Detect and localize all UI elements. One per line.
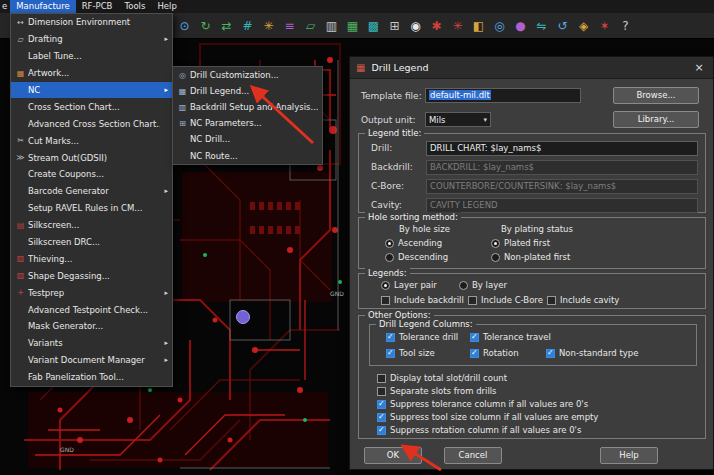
swap-window-icon[interactable]: ⇄ bbox=[216, 14, 237, 38]
menu-item-dimension-environment[interactable]: ↔Dimension Environment bbox=[11, 14, 172, 31]
padstack-icon[interactable]: ◎ bbox=[489, 14, 510, 38]
menu-item-drill-customization[interactable]: ◎Drill Customization... bbox=[173, 67, 322, 83]
menu-item-drafting[interactable]: ▱Drafting▸ bbox=[11, 31, 172, 48]
radio-ascending[interactable]: Ascending bbox=[385, 237, 442, 249]
via-icon[interactable]: ● bbox=[510, 14, 531, 38]
menu-item-label-tune[interactable]: Label Tune... bbox=[11, 48, 172, 65]
menu-item-advanced-cross-section-chart[interactable]: Advanced Cross Section Chart... bbox=[11, 115, 172, 132]
menu-item-nc-drill[interactable]: NC Drill... bbox=[173, 131, 322, 147]
output-unit-select[interactable]: Mils ▾ bbox=[425, 112, 491, 127]
settings-icon[interactable]: ✶ bbox=[594, 14, 615, 38]
mirror-icon[interactable]: ⇋ bbox=[531, 14, 552, 38]
menu-item-variants[interactable]: Variants▸ bbox=[11, 335, 172, 352]
drc-update-icon[interactable]: ✳ bbox=[447, 14, 468, 38]
checkbox-tool-size[interactable]: Tool size bbox=[386, 347, 435, 359]
radio-descending[interactable]: Descending bbox=[385, 251, 448, 263]
spreadsheet-icon[interactable]: ▦ bbox=[342, 14, 363, 38]
radio-icon bbox=[381, 281, 390, 290]
checkbox-display-total-count[interactable]: Display total slot/drill count bbox=[377, 372, 507, 384]
menu-item-label: Label Tune... bbox=[28, 51, 160, 61]
menu-item-advanced-testpoint-check[interactable]: Advanced Testpoint Check... bbox=[11, 301, 172, 318]
browse-button[interactable]: Browse... bbox=[613, 87, 699, 104]
checkbox-non-standard-type[interactable]: Non-standard type bbox=[546, 347, 638, 359]
menu-item-nc-route[interactable]: NC Route... bbox=[173, 147, 322, 163]
menu-item-artwork[interactable]: ▦Artwork... bbox=[11, 65, 172, 82]
menu-item-fab-panelization-tool[interactable]: Fab Panelization Tool... bbox=[11, 369, 172, 386]
menu-item-silkscreen[interactable]: ▤Silkscreen... bbox=[11, 217, 172, 234]
menu-item-variant-document-manager[interactable]: Variant Document Manager▸ bbox=[11, 352, 172, 369]
menu-item-mask-generator[interactable]: Mask Generator... bbox=[11, 318, 172, 335]
menu-item-drill-legend[interactable]: ▦Drill Legend... bbox=[173, 83, 322, 99]
template-file-input[interactable]: default-mil.dlt bbox=[425, 88, 581, 103]
assign-color-icon[interactable]: ◧ bbox=[468, 14, 489, 38]
radio-layer-pair[interactable]: Layer pair bbox=[381, 279, 437, 291]
checkbox-include-cavity[interactable]: Include cavity bbox=[547, 294, 619, 306]
checkbox-icon bbox=[377, 426, 386, 435]
menu-item-testprep[interactable]: +Testprep▸ bbox=[11, 284, 172, 301]
visibility-icon[interactable]: ◉ bbox=[405, 14, 426, 38]
menubar-item-rf-pcb[interactable]: RF-PCB bbox=[76, 0, 119, 13]
checkbox-label: Tolerance drill bbox=[399, 332, 458, 342]
checkbox-label: Suppress tolerance column if all values … bbox=[390, 399, 588, 409]
backdrill-icon: ▥ bbox=[175, 103, 190, 112]
shapes-icon[interactable]: ▱ bbox=[300, 14, 321, 38]
zoom-previous-icon[interactable]: ⊙ bbox=[174, 14, 195, 38]
library-button[interactable]: Library... bbox=[613, 111, 699, 128]
backdrill-title-input[interactable]: BACKDRILL: $lay_nams$ bbox=[426, 160, 698, 175]
checkbox-label: Tolerance travel bbox=[483, 332, 551, 342]
cbore-title-input[interactable]: COUNTERBORE/COUNTERSINK: $lay_nams$ bbox=[426, 179, 698, 194]
menu-item-stream-out-gdsii[interactable]: ≫Stream Out(GDSII) bbox=[11, 149, 172, 166]
checkbox-suppress-rotation[interactable]: Suppress rotation column if all values a… bbox=[377, 424, 581, 436]
rotate-icon[interactable]: ↺ bbox=[552, 14, 573, 38]
cbore-label: C-Bore: bbox=[371, 181, 404, 191]
menu-item-thieving[interactable]: ▨Thieving... bbox=[11, 250, 172, 267]
menu-item-cross-section-chart[interactable]: Cross Section Chart... bbox=[11, 98, 172, 115]
menubar-item-cropped[interactable]: e bbox=[1, 0, 10, 13]
radio-plated-first[interactable]: Plated first bbox=[491, 237, 550, 249]
menu-item-shape-degassing[interactable]: ▧Shape Degassing... bbox=[11, 267, 172, 284]
layer-stack-icon[interactable]: ≡ bbox=[279, 14, 300, 38]
checkbox-include-backdrill[interactable]: Include backdrill bbox=[381, 294, 464, 306]
grid-icon[interactable]: # bbox=[237, 14, 258, 38]
menu-item-barcode-generator[interactable]: Barcode Generator▸ bbox=[11, 183, 172, 200]
drill-title-input[interactable]: DRILL CHART: $lay_nams$ bbox=[426, 141, 698, 156]
checkbox-rotation[interactable]: Rotation bbox=[470, 347, 519, 359]
menu-item-backdrill-setup[interactable]: ▥Backdrill Setup and Analysis... bbox=[173, 99, 322, 115]
lock-icon[interactable]: ◈ bbox=[573, 14, 594, 38]
help-button[interactable]: Help bbox=[600, 447, 658, 464]
menu-item-nc[interactable]: NC▸ bbox=[11, 82, 172, 99]
ratsnest-icon[interactable]: ✳ bbox=[258, 14, 279, 38]
report-icon[interactable]: ▥ bbox=[321, 14, 342, 38]
redraw-icon[interactable]: ↻ bbox=[195, 14, 216, 38]
manufacture-menu: ↔Dimension Environment ▱Drafting▸ Label … bbox=[10, 13, 173, 387]
checkbox-tolerance-drill[interactable]: Tolerance drill bbox=[386, 331, 458, 343]
bom-icon[interactable]: ▩ bbox=[363, 14, 384, 38]
checkbox-tolerance-travel[interactable]: Tolerance travel bbox=[470, 331, 551, 343]
cancel-button[interactable]: Cancel bbox=[444, 447, 502, 464]
hole-sorting-group: Hole sorting method: By hole size By pla… bbox=[358, 217, 706, 269]
checkbox-separate-slots[interactable]: Separate slots from drills bbox=[377, 385, 497, 397]
cavity-title-input[interactable]: CAVITY LEGEND bbox=[426, 198, 698, 213]
menubar-item-manufacture[interactable]: Manufacture bbox=[10, 0, 75, 13]
dialog-titlebar[interactable]: ▦ Drill Legend × bbox=[350, 57, 713, 79]
calculator-icon[interactable]: ⊞ bbox=[384, 14, 405, 38]
menu-item-cut-marks[interactable]: ✂Cut Marks... bbox=[11, 132, 172, 149]
ok-button[interactable]: OK bbox=[364, 447, 422, 464]
radio-by-layer[interactable]: By layer bbox=[459, 279, 507, 291]
menu-item-setup-ravel-rules[interactable]: Setup RAVEL Rules in CM... bbox=[11, 200, 172, 217]
highlight-icon[interactable]: ✱ bbox=[426, 14, 447, 38]
menu-item-silkscreen-drc[interactable]: Silkscreen DRC... bbox=[11, 234, 172, 251]
checkbox-include-cbore[interactable]: Include C-Bore bbox=[468, 294, 543, 306]
by-hole-size-header: By hole size bbox=[399, 224, 450, 234]
menu-item-label: Artwork... bbox=[28, 68, 160, 78]
menu-item-nc-parameters[interactable]: ⊞NC Parameters... bbox=[173, 115, 322, 131]
menu-item-label: Advanced Testpoint Check... bbox=[28, 305, 160, 315]
menubar-item-tools[interactable]: Tools bbox=[118, 0, 151, 13]
close-icon[interactable]: × bbox=[691, 60, 707, 76]
radio-non-plated-first[interactable]: Non-plated first bbox=[491, 251, 570, 263]
checkbox-suppress-tolerance[interactable]: Suppress tolerance column if all values … bbox=[377, 398, 588, 410]
menu-item-create-coupons[interactable]: Create Coupons... bbox=[11, 166, 172, 183]
menubar-item-help[interactable]: Help bbox=[151, 0, 182, 13]
checkbox-suppress-tool-size[interactable]: Suppress tool size column if all values … bbox=[377, 411, 598, 423]
help-icon[interactable]: ? bbox=[615, 14, 636, 38]
